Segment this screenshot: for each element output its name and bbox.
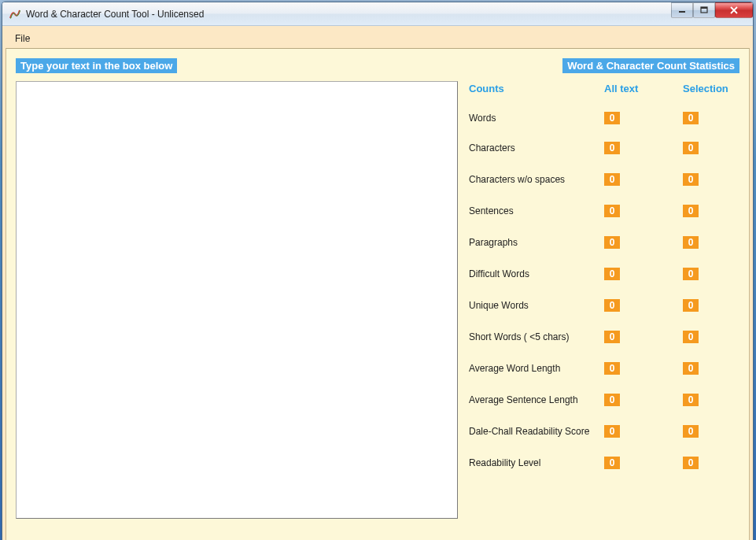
stat-row: Readability Level00 <box>469 447 739 479</box>
stat-value-sel: 0 <box>683 299 699 312</box>
stat-label: Sentences <box>469 205 604 216</box>
app-icon <box>9 8 21 20</box>
stat-label: Unique Words <box>469 300 604 311</box>
stat-all-col: 0 <box>604 457 683 469</box>
stat-value-sel: 0 <box>683 112 699 124</box>
stat-value-sel: 0 <box>683 425 699 438</box>
stat-label: Average Sentence Length <box>469 394 604 405</box>
stat-row: Paragraphs00 <box>469 227 739 258</box>
app-body: File Type your text in the box below Wor… <box>2 26 753 540</box>
stat-row: Average Word Length00 <box>469 353 739 384</box>
close-icon <box>729 6 739 14</box>
col-header-counts: Counts <box>469 83 604 94</box>
stat-value-all: 0 <box>604 299 620 312</box>
close-button[interactable] <box>715 2 753 18</box>
headers-row: Type your text in the box below Word & C… <box>16 58 739 73</box>
stat-value-sel: 0 <box>683 205 699 217</box>
stat-label: Paragraphs <box>469 237 604 248</box>
stat-sel-col: 0 <box>683 299 738 312</box>
stat-value-sel: 0 <box>683 173 699 186</box>
col-header-selection: Selection <box>683 83 738 94</box>
stat-row: Characters00 <box>469 132 739 164</box>
svg-rect-0 <box>679 11 685 13</box>
stat-row: Characters w/o spaces00 <box>469 164 739 195</box>
stat-all-col: 0 <box>604 173 683 186</box>
stat-label: Short Words ( <5 chars) <box>469 331 604 342</box>
stat-value-sel: 0 <box>683 142 699 154</box>
text-input-wrap <box>16 81 458 540</box>
stat-value-sel: 0 <box>683 457 699 469</box>
stat-sel-col: 0 <box>683 112 738 124</box>
stat-row: Unique Words00 <box>469 290 739 321</box>
stat-row: Sentences00 <box>469 195 739 227</box>
stat-label: Average Word Length <box>469 363 604 374</box>
stat-sel-col: 0 <box>683 425 738 438</box>
stat-row: Average Sentence Length00 <box>469 384 739 416</box>
stat-all-col: 0 <box>604 112 683 124</box>
content-area: Type your text in the box below Word & C… <box>6 48 750 540</box>
menubar: File <box>6 29 750 48</box>
stat-value-all: 0 <box>604 362 620 375</box>
stats-panel: Counts All text Selection Words00Charact… <box>469 81 739 540</box>
stat-all-col: 0 <box>604 268 683 280</box>
main-row: Counts All text Selection Words00Charact… <box>16 81 739 540</box>
stat-row: Difficult Words00 <box>469 258 739 290</box>
stat-all-col: 0 <box>604 142 683 154</box>
stat-label: Difficult Words <box>469 268 604 279</box>
stat-row: Dale-Chall Readability Score00 <box>469 416 739 447</box>
maximize-button[interactable] <box>693 2 715 18</box>
stat-value-all: 0 <box>604 425 620 438</box>
stat-value-sel: 0 <box>683 331 699 343</box>
stat-all-col: 0 <box>604 299 683 312</box>
stat-sel-col: 0 <box>683 205 738 217</box>
stat-value-sel: 0 <box>683 394 699 406</box>
stat-value-all: 0 <box>604 142 620 154</box>
stat-all-col: 0 <box>604 362 683 375</box>
stat-all-col: 0 <box>604 425 683 438</box>
stat-label: Readability Level <box>469 457 604 468</box>
stat-all-col: 0 <box>604 394 683 406</box>
stats-rows: Words00Characters00Characters w/o spaces… <box>469 104 739 479</box>
stat-label: Characters w/o spaces <box>469 174 604 185</box>
stat-row: Words00 <box>469 104 739 132</box>
stat-value-all: 0 <box>604 268 620 280</box>
stat-all-col: 0 <box>604 331 683 343</box>
stat-value-all: 0 <box>604 457 620 469</box>
stat-sel-col: 0 <box>683 236 738 249</box>
stat-sel-col: 0 <box>683 362 738 375</box>
stat-value-all: 0 <box>604 205 620 217</box>
input-header: Type your text in the box below <box>16 58 177 73</box>
stat-value-all: 0 <box>604 112 620 124</box>
stat-sel-col: 0 <box>683 394 738 406</box>
stat-sel-col: 0 <box>683 331 738 343</box>
stat-sel-col: 0 <box>683 457 738 469</box>
text-input[interactable] <box>16 81 458 519</box>
menu-file[interactable]: File <box>9 31 36 46</box>
window-controls <box>671 2 753 18</box>
stat-value-sel: 0 <box>683 236 699 249</box>
stat-label: Dale-Chall Readability Score <box>469 426 604 437</box>
stats-columns-header: Counts All text Selection <box>469 81 739 96</box>
stat-sel-col: 0 <box>683 268 738 280</box>
minimize-icon <box>677 6 687 14</box>
stat-value-sel: 0 <box>683 362 699 375</box>
stat-value-all: 0 <box>604 331 620 343</box>
stat-sel-col: 0 <box>683 142 738 154</box>
stat-value-sel: 0 <box>683 268 699 280</box>
stat-value-all: 0 <box>604 236 620 249</box>
stat-label: Characters <box>469 142 604 153</box>
stats-header: Word & Character Count Statistics <box>562 58 739 73</box>
stat-label: Words <box>469 113 604 124</box>
window-title: Word & Character Count Tool - Unlicensed <box>26 9 748 20</box>
maximize-icon <box>699 6 709 14</box>
titlebar[interactable]: Word & Character Count Tool - Unlicensed <box>2 2 753 26</box>
minimize-button[interactable] <box>671 2 693 18</box>
stat-row: Short Words ( <5 chars)00 <box>469 321 739 353</box>
stat-value-all: 0 <box>604 173 620 186</box>
stat-all-col: 0 <box>604 205 683 217</box>
app-window: Word & Character Count Tool - Unlicensed <box>2 2 754 540</box>
stat-all-col: 0 <box>604 236 683 249</box>
stat-sel-col: 0 <box>683 173 738 186</box>
svg-rect-2 <box>701 7 707 9</box>
col-header-alltext: All text <box>604 83 683 94</box>
